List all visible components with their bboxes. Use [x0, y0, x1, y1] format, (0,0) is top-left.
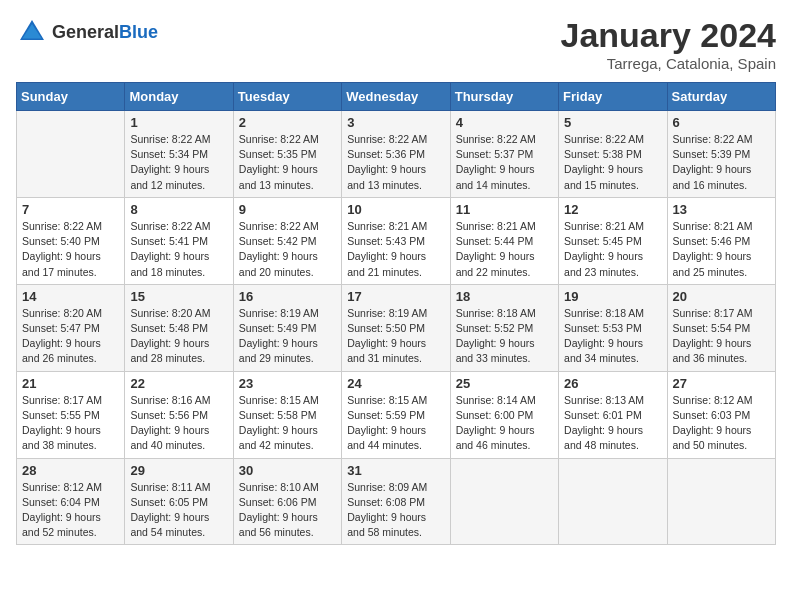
day-detail: Sunrise: 8:21 AMSunset: 5:43 PMDaylight:…: [347, 219, 444, 280]
calendar-week-row: 1Sunrise: 8:22 AMSunset: 5:34 PMDaylight…: [17, 111, 776, 198]
calendar-cell: 27Sunrise: 8:12 AMSunset: 6:03 PMDayligh…: [667, 371, 775, 458]
day-detail: Sunrise: 8:21 AMSunset: 5:46 PMDaylight:…: [673, 219, 770, 280]
day-detail: Sunrise: 8:22 AMSunset: 5:39 PMDaylight:…: [673, 132, 770, 193]
calendar-cell: 26Sunrise: 8:13 AMSunset: 6:01 PMDayligh…: [559, 371, 667, 458]
calendar-cell: 28Sunrise: 8:12 AMSunset: 6:04 PMDayligh…: [17, 458, 125, 545]
calendar-cell: [559, 458, 667, 545]
calendar-cell: 29Sunrise: 8:11 AMSunset: 6:05 PMDayligh…: [125, 458, 233, 545]
calendar-cell: 4Sunrise: 8:22 AMSunset: 5:37 PMDaylight…: [450, 111, 558, 198]
day-detail: Sunrise: 8:12 AMSunset: 6:04 PMDaylight:…: [22, 480, 119, 541]
calendar-cell: [667, 458, 775, 545]
day-number: 5: [564, 115, 661, 130]
day-number: 13: [673, 202, 770, 217]
logo: GeneralBlue: [16, 16, 158, 48]
day-detail: Sunrise: 8:19 AMSunset: 5:50 PMDaylight:…: [347, 306, 444, 367]
day-detail: Sunrise: 8:22 AMSunset: 5:41 PMDaylight:…: [130, 219, 227, 280]
weekday-header: Saturday: [667, 83, 775, 111]
logo-text-general: General: [52, 22, 119, 42]
day-detail: Sunrise: 8:22 AMSunset: 5:36 PMDaylight:…: [347, 132, 444, 193]
day-number: 1: [130, 115, 227, 130]
weekday-header: Friday: [559, 83, 667, 111]
calendar-cell: 23Sunrise: 8:15 AMSunset: 5:58 PMDayligh…: [233, 371, 341, 458]
day-detail: Sunrise: 8:21 AMSunset: 5:44 PMDaylight:…: [456, 219, 553, 280]
calendar-cell: 31Sunrise: 8:09 AMSunset: 6:08 PMDayligh…: [342, 458, 450, 545]
day-number: 16: [239, 289, 336, 304]
day-detail: Sunrise: 8:11 AMSunset: 6:05 PMDaylight:…: [130, 480, 227, 541]
day-number: 2: [239, 115, 336, 130]
day-number: 18: [456, 289, 553, 304]
title-area: January 2024 Tarrega, Catalonia, Spain: [561, 16, 777, 72]
calendar-cell: 1Sunrise: 8:22 AMSunset: 5:34 PMDaylight…: [125, 111, 233, 198]
day-number: 9: [239, 202, 336, 217]
calendar-cell: 2Sunrise: 8:22 AMSunset: 5:35 PMDaylight…: [233, 111, 341, 198]
logo-text-blue: Blue: [119, 22, 158, 42]
calendar-cell: 9Sunrise: 8:22 AMSunset: 5:42 PMDaylight…: [233, 197, 341, 284]
day-detail: Sunrise: 8:12 AMSunset: 6:03 PMDaylight:…: [673, 393, 770, 454]
day-detail: Sunrise: 8:22 AMSunset: 5:42 PMDaylight:…: [239, 219, 336, 280]
day-detail: Sunrise: 8:10 AMSunset: 6:06 PMDaylight:…: [239, 480, 336, 541]
calendar-cell: [17, 111, 125, 198]
calendar-week-row: 21Sunrise: 8:17 AMSunset: 5:55 PMDayligh…: [17, 371, 776, 458]
calendar-cell: 5Sunrise: 8:22 AMSunset: 5:38 PMDaylight…: [559, 111, 667, 198]
calendar-table: SundayMondayTuesdayWednesdayThursdayFrid…: [16, 82, 776, 545]
day-number: 24: [347, 376, 444, 391]
calendar-header-row: SundayMondayTuesdayWednesdayThursdayFrid…: [17, 83, 776, 111]
day-number: 25: [456, 376, 553, 391]
day-number: 20: [673, 289, 770, 304]
day-number: 27: [673, 376, 770, 391]
calendar-body: 1Sunrise: 8:22 AMSunset: 5:34 PMDaylight…: [17, 111, 776, 545]
calendar-cell: 13Sunrise: 8:21 AMSunset: 5:46 PMDayligh…: [667, 197, 775, 284]
calendar-cell: 8Sunrise: 8:22 AMSunset: 5:41 PMDaylight…: [125, 197, 233, 284]
location-title: Tarrega, Catalonia, Spain: [561, 55, 777, 72]
logo-icon: [16, 16, 48, 48]
day-number: 23: [239, 376, 336, 391]
day-number: 15: [130, 289, 227, 304]
day-number: 17: [347, 289, 444, 304]
header: GeneralBlue January 2024 Tarrega, Catalo…: [16, 16, 776, 72]
calendar-week-row: 28Sunrise: 8:12 AMSunset: 6:04 PMDayligh…: [17, 458, 776, 545]
day-number: 4: [456, 115, 553, 130]
day-detail: Sunrise: 8:09 AMSunset: 6:08 PMDaylight:…: [347, 480, 444, 541]
calendar-cell: 12Sunrise: 8:21 AMSunset: 5:45 PMDayligh…: [559, 197, 667, 284]
day-number: 29: [130, 463, 227, 478]
calendar-cell: 3Sunrise: 8:22 AMSunset: 5:36 PMDaylight…: [342, 111, 450, 198]
day-detail: Sunrise: 8:18 AMSunset: 5:53 PMDaylight:…: [564, 306, 661, 367]
calendar-week-row: 14Sunrise: 8:20 AMSunset: 5:47 PMDayligh…: [17, 284, 776, 371]
day-number: 10: [347, 202, 444, 217]
day-detail: Sunrise: 8:20 AMSunset: 5:47 PMDaylight:…: [22, 306, 119, 367]
calendar-cell: 17Sunrise: 8:19 AMSunset: 5:50 PMDayligh…: [342, 284, 450, 371]
day-number: 12: [564, 202, 661, 217]
calendar-cell: [450, 458, 558, 545]
month-title: January 2024: [561, 16, 777, 55]
day-number: 31: [347, 463, 444, 478]
day-detail: Sunrise: 8:22 AMSunset: 5:35 PMDaylight:…: [239, 132, 336, 193]
weekday-header: Wednesday: [342, 83, 450, 111]
day-number: 21: [22, 376, 119, 391]
day-number: 28: [22, 463, 119, 478]
calendar-cell: 18Sunrise: 8:18 AMSunset: 5:52 PMDayligh…: [450, 284, 558, 371]
calendar-cell: 30Sunrise: 8:10 AMSunset: 6:06 PMDayligh…: [233, 458, 341, 545]
day-detail: Sunrise: 8:15 AMSunset: 5:59 PMDaylight:…: [347, 393, 444, 454]
day-number: 6: [673, 115, 770, 130]
day-detail: Sunrise: 8:22 AMSunset: 5:34 PMDaylight:…: [130, 132, 227, 193]
day-number: 7: [22, 202, 119, 217]
calendar-cell: 11Sunrise: 8:21 AMSunset: 5:44 PMDayligh…: [450, 197, 558, 284]
day-detail: Sunrise: 8:16 AMSunset: 5:56 PMDaylight:…: [130, 393, 227, 454]
day-detail: Sunrise: 8:17 AMSunset: 5:54 PMDaylight:…: [673, 306, 770, 367]
day-number: 3: [347, 115, 444, 130]
weekday-header: Tuesday: [233, 83, 341, 111]
day-detail: Sunrise: 8:14 AMSunset: 6:00 PMDaylight:…: [456, 393, 553, 454]
day-number: 19: [564, 289, 661, 304]
day-detail: Sunrise: 8:21 AMSunset: 5:45 PMDaylight:…: [564, 219, 661, 280]
calendar-cell: 21Sunrise: 8:17 AMSunset: 5:55 PMDayligh…: [17, 371, 125, 458]
day-number: 14: [22, 289, 119, 304]
day-number: 30: [239, 463, 336, 478]
day-detail: Sunrise: 8:18 AMSunset: 5:52 PMDaylight:…: [456, 306, 553, 367]
day-number: 22: [130, 376, 227, 391]
calendar-cell: 24Sunrise: 8:15 AMSunset: 5:59 PMDayligh…: [342, 371, 450, 458]
day-detail: Sunrise: 8:17 AMSunset: 5:55 PMDaylight:…: [22, 393, 119, 454]
day-detail: Sunrise: 8:22 AMSunset: 5:38 PMDaylight:…: [564, 132, 661, 193]
day-number: 8: [130, 202, 227, 217]
day-number: 11: [456, 202, 553, 217]
calendar-cell: 25Sunrise: 8:14 AMSunset: 6:00 PMDayligh…: [450, 371, 558, 458]
